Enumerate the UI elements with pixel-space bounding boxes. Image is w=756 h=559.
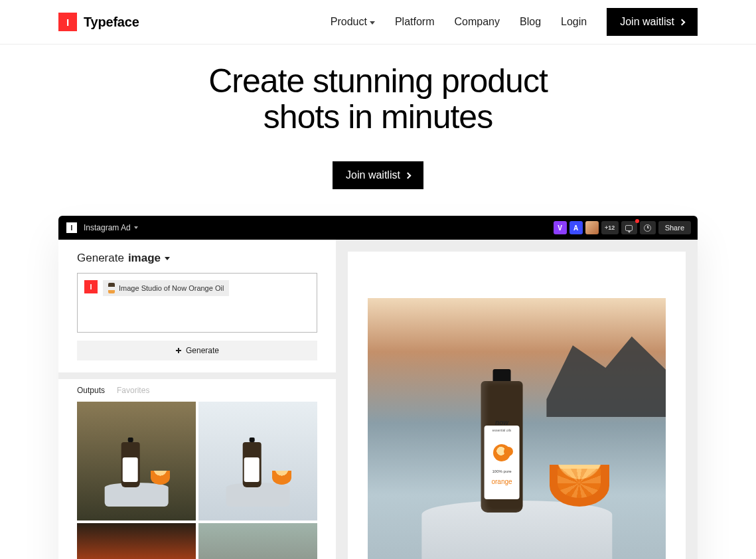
avatar-user-a[interactable]: A — [569, 221, 583, 234]
hero-cta-label: Join waitlist — [346, 169, 400, 181]
product-label-line1: 100% pure — [492, 469, 512, 473]
asset-thumbnail-icon — [108, 283, 115, 293]
avatar-user-v[interactable]: V — [554, 221, 567, 234]
nav-link-label: Product — [331, 16, 367, 28]
nav-links: Product Platform Company Blog Login Join… — [331, 8, 698, 36]
hero-headline-line1: Create stunning product — [208, 62, 548, 100]
hero: Create stunning product shots in minutes… — [0, 44, 756, 216]
brand[interactable]: I Typeface — [58, 13, 139, 31]
preview-panel: now essential oils 100% pure orange — [348, 252, 686, 559]
generate-button-label: Generate — [186, 346, 219, 355]
orange-graphic-icon — [493, 444, 510, 461]
generate-mode-dropdown[interactable]: Generate image — [77, 252, 317, 265]
nav-link-platform[interactable]: Platform — [395, 16, 435, 28]
asset-chip-label: Image Studio of Now Orange Oil — [119, 284, 224, 292]
generate-section: Generate image I Image Studio of Now Ora… — [58, 240, 336, 372]
app-mock: I Instagram Ad V A +12 Share — [58, 216, 698, 559]
nav-link-login[interactable]: Login — [561, 16, 587, 28]
app-bar-right: V A +12 Share — [554, 221, 691, 234]
hero-join-waitlist-button[interactable]: Join waitlist — [333, 161, 423, 189]
document-title-dropdown[interactable]: Instagram Ad — [84, 223, 138, 232]
orange-half-prop — [550, 465, 609, 507]
history-button[interactable] — [640, 221, 656, 234]
app-body: Generate image I Image Studio of Now Ora… — [58, 240, 698, 559]
output-thumbnail[interactable] — [198, 523, 317, 559]
clock-icon — [644, 224, 651, 232]
product-brand-sub: essential oils — [492, 428, 512, 432]
app-logo-icon: I — [66, 222, 77, 233]
app-bar-left: I Instagram Ad — [66, 222, 138, 233]
brand-name: Typeface — [84, 15, 139, 30]
product-label-line2: orange — [491, 478, 512, 485]
generate-head-prefix: Generate — [77, 252, 124, 265]
avatar-overflow-count[interactable]: +12 — [601, 221, 619, 234]
chevron-down-icon — [165, 257, 170, 260]
notification-dot-icon — [635, 219, 639, 223]
join-waitlist-button[interactable]: Join waitlist — [607, 8, 698, 36]
output-thumbnail[interactable] — [77, 523, 196, 559]
output-thumbnail[interactable] — [198, 402, 317, 520]
comment-icon — [625, 225, 633, 231]
generate-head-mode: image — [128, 252, 161, 265]
output-thumbnail[interactable] — [77, 402, 196, 520]
nav-link-company[interactable]: Company — [455, 16, 500, 28]
share-button[interactable]: Share — [658, 221, 691, 234]
hero-headline-line2: shots in minutes — [264, 98, 492, 135]
results-tabs: Outputs Favorites — [58, 372, 336, 402]
preview-image[interactable]: now essential oils 100% pure orange — [368, 298, 666, 560]
document-title: Instagram Ad — [84, 223, 131, 232]
brand-logo-icon: I — [58, 13, 77, 31]
background-mountain — [546, 327, 666, 417]
avatar-user-photo[interactable] — [585, 221, 599, 234]
asset-chip[interactable]: Image Studio of Now Orange Oil — [103, 280, 229, 296]
tab-outputs[interactable]: Outputs — [77, 386, 105, 395]
prompt-logo-icon: I — [84, 280, 98, 293]
join-waitlist-label: Join waitlist — [620, 16, 674, 28]
nav-link-blog[interactable]: Blog — [520, 16, 541, 28]
comments-button[interactable] — [621, 221, 637, 234]
prompt-input[interactable]: I Image Studio of Now Orange Oil — [77, 273, 317, 333]
sparkle-icon — [175, 347, 182, 354]
left-panel: Generate image I Image Studio of Now Ora… — [58, 240, 336, 559]
top-nav: I Typeface Product Platform Company Blog… — [0, 0, 756, 44]
app-bar: I Instagram Ad V A +12 Share — [58, 216, 698, 240]
chevron-down-icon — [370, 21, 375, 25]
generate-button[interactable]: Generate — [77, 341, 317, 360]
chevron-down-icon — [134, 226, 138, 229]
hero-headline: Create stunning product shots in minutes — [13, 63, 743, 135]
chevron-right-icon — [679, 19, 686, 25]
app-mock-wrapper: I Instagram Ad V A +12 Share — [0, 216, 756, 559]
chevron-right-icon — [404, 172, 411, 179]
nav-link-product[interactable]: Product — [331, 16, 375, 28]
tab-favorites[interactable]: Favorites — [117, 386, 149, 395]
product-brand-text: now — [495, 419, 508, 426]
outputs-grid — [58, 402, 336, 559]
